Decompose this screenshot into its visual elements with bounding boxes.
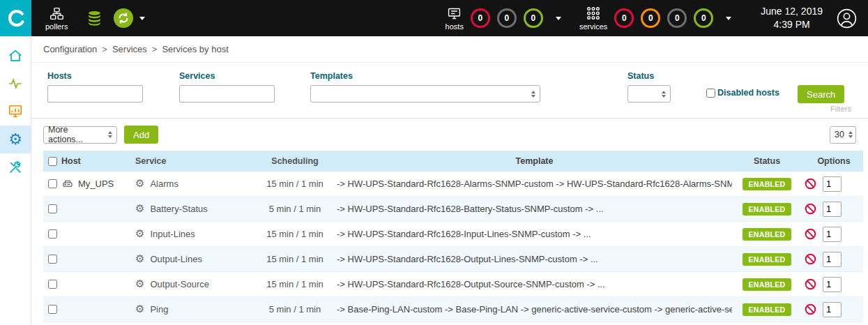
row-checkbox[interactable] bbox=[48, 179, 57, 188]
search-button[interactable]: Search bbox=[798, 85, 844, 103]
services-warning-counter[interactable]: 0 bbox=[641, 8, 660, 28]
row-checkbox[interactable] bbox=[48, 255, 57, 264]
disabled-hosts-checkbox[interactable] bbox=[706, 89, 715, 98]
hosts-icon bbox=[446, 6, 462, 21]
disable-icon[interactable] bbox=[805, 228, 816, 240]
service-name[interactable]: Output-Source bbox=[150, 279, 209, 289]
disable-icon[interactable] bbox=[805, 303, 816, 315]
gear-icon: ⚙ bbox=[135, 204, 144, 214]
service-name[interactable]: Battery-Status bbox=[150, 204, 207, 214]
scheduling-value: 15 min / 1 min bbox=[253, 179, 337, 189]
header-scheduling: Scheduling bbox=[253, 156, 337, 166]
table-header-row: Host Service Scheduling Template Status … bbox=[43, 151, 863, 172]
pollers-label: pollers bbox=[45, 22, 68, 31]
services-ok-counter[interactable]: 0 bbox=[694, 8, 713, 28]
duplicate-count-input[interactable] bbox=[823, 227, 842, 242]
services-filter-input[interactable] bbox=[179, 85, 275, 103]
user-menu[interactable] bbox=[837, 8, 857, 29]
status-filter-label: Status bbox=[627, 71, 654, 81]
row-checkbox[interactable] bbox=[48, 229, 57, 239]
disable-icon[interactable] bbox=[805, 178, 816, 190]
row-checkbox[interactable] bbox=[48, 305, 57, 314]
chevron-down-icon[interactable] bbox=[139, 17, 145, 20]
duplicate-count-input[interactable] bbox=[823, 277, 842, 292]
duplicate-count-input[interactable] bbox=[823, 252, 842, 267]
header-service: Service bbox=[131, 156, 253, 166]
counter-value: 0 bbox=[505, 13, 510, 23]
status-badge: ENABLED bbox=[743, 253, 792, 266]
services-critical-counter[interactable]: 0 bbox=[614, 8, 634, 28]
scheduling-value: 15 min / 1 min bbox=[253, 229, 337, 239]
scheduling-value: 5 min / 1 min bbox=[253, 204, 337, 214]
template-chain: -> HW-UPS-Standard-Rfc1628-Battery-Statu… bbox=[337, 204, 732, 214]
sidebar-item-monitoring[interactable] bbox=[0, 70, 31, 98]
hosts-unreachable-counter[interactable]: 0 bbox=[497, 8, 517, 28]
select-arrows-icon bbox=[531, 91, 535, 98]
chevron-down-icon[interactable] bbox=[726, 17, 731, 20]
pollers-menu[interactable]: pollers bbox=[45, 6, 68, 31]
row-checkbox[interactable] bbox=[48, 204, 57, 213]
host-name[interactable]: My_UPS bbox=[78, 179, 114, 189]
templates-filter-label: Templates bbox=[310, 71, 353, 81]
hosts-up-counter[interactable]: 0 bbox=[524, 8, 543, 28]
sidebar-item-reporting[interactable] bbox=[0, 98, 31, 126]
select-value: 30 bbox=[835, 130, 844, 139]
service-name[interactable]: Input-Lines bbox=[150, 229, 195, 239]
breadcrumb-item-services-by-host: Services by host bbox=[162, 44, 228, 54]
page-size-select[interactable]: 30 bbox=[830, 126, 856, 144]
template-chain: -> Base-Ping-LAN-custom -> Base-Ping-LAN… bbox=[337, 304, 732, 315]
add-button[interactable]: Add bbox=[124, 126, 158, 144]
gear-icon: ⚙ bbox=[8, 132, 22, 147]
template-chain: -> HW-UPS-Standard-Rfc1628-Input-Lines-S… bbox=[337, 229, 732, 239]
hosts-filter-input[interactable] bbox=[47, 85, 143, 103]
sidebar-item-home[interactable] bbox=[0, 42, 31, 70]
services-menu[interactable]: services bbox=[579, 6, 607, 31]
service-name[interactable]: Alarms bbox=[150, 179, 178, 189]
platform-status-menu[interactable] bbox=[113, 8, 134, 29]
sidebar-item-configuration[interactable]: ⚙ bbox=[0, 126, 31, 153]
services-table: Host Service Scheduling Template Status … bbox=[43, 151, 863, 322]
service-name[interactable]: Output-Lines bbox=[150, 254, 201, 264]
header-checkbox-cell bbox=[43, 157, 61, 166]
sidebar: ⚙ bbox=[0, 36, 31, 325]
main-content: Configuration > Services > Services by h… bbox=[31, 36, 868, 322]
more-actions-select[interactable]: More actions... bbox=[43, 126, 117, 144]
status-badge: ENABLED bbox=[743, 278, 792, 291]
counter-value: 0 bbox=[675, 13, 680, 23]
filter-panel: Hosts Services Templates Status Disabled… bbox=[31, 63, 868, 119]
duplicate-count-input[interactable] bbox=[823, 202, 842, 217]
hosts-menu[interactable]: hosts bbox=[446, 6, 464, 31]
disable-icon[interactable] bbox=[805, 203, 816, 215]
heartbeat-icon bbox=[8, 76, 23, 91]
templates-filter-select[interactable] bbox=[310, 85, 540, 103]
services-label: services bbox=[579, 22, 607, 31]
services-unknown-counter[interactable]: 0 bbox=[667, 8, 687, 28]
status-badge: ENABLED bbox=[743, 178, 792, 190]
disable-icon[interactable] bbox=[805, 253, 816, 265]
disable-icon[interactable] bbox=[805, 278, 816, 290]
hosts-down-counter[interactable]: 0 bbox=[471, 8, 490, 28]
top-bar: pollers hosts bbox=[0, 0, 868, 36]
scheduling-value: 5 min / 1 min bbox=[253, 304, 337, 315]
chevron-down-icon[interactable] bbox=[556, 17, 561, 20]
sidebar-item-administration[interactable] bbox=[0, 153, 31, 181]
gear-icon: ⚙ bbox=[135, 254, 144, 264]
table-row: ⚙ Output-Source 15 min / 1 min -> HW-UPS… bbox=[43, 272, 863, 297]
duplicate-count-input[interactable] bbox=[823, 302, 842, 317]
table-row: My_UPS ⚙ Alarms 15 min / 1 min -> HW-UPS… bbox=[43, 172, 863, 197]
breadcrumb-item-configuration[interactable]: Configuration bbox=[43, 44, 97, 54]
hosts-status-group: hosts 0 0 0 bbox=[446, 6, 561, 31]
current-time: 4:39 PM bbox=[761, 18, 823, 31]
breadcrumb-item-services[interactable]: Services bbox=[112, 44, 147, 54]
service-name[interactable]: Ping bbox=[150, 304, 168, 315]
database-menu[interactable] bbox=[86, 9, 103, 28]
select-value: More actions... bbox=[48, 125, 104, 144]
select-all-checkbox[interactable] bbox=[48, 157, 57, 166]
duplicate-count-input[interactable] bbox=[823, 176, 842, 192]
header-status: Status bbox=[732, 156, 802, 166]
counter-value: 0 bbox=[531, 13, 536, 23]
status-filter-select[interactable] bbox=[627, 85, 671, 103]
centreon-logo[interactable] bbox=[0, 0, 31, 36]
table-row: ⚙ Ping 5 min / 1 min -> Base-Ping-LAN-cu… bbox=[43, 297, 863, 322]
row-checkbox[interactable] bbox=[48, 280, 57, 289]
